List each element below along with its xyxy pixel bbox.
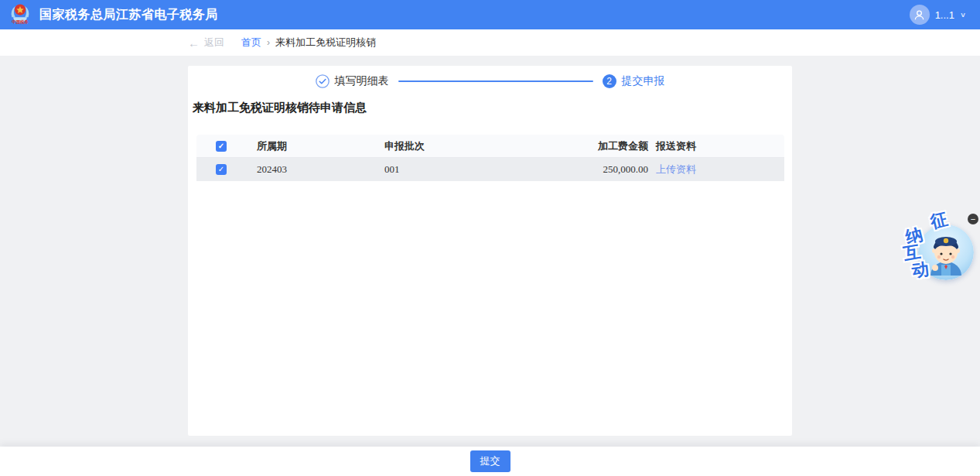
step-indicator: 填写明细表 2 提交申报 xyxy=(188,66,792,89)
submit-button[interactable]: 提交 xyxy=(470,450,510,472)
select-all-checkbox[interactable]: ✓ xyxy=(216,141,227,152)
row-period: 202403 xyxy=(246,163,374,176)
user-menu[interactable]: 1...1 ∨ xyxy=(910,5,966,25)
back-button[interactable]: 返回 xyxy=(204,36,224,50)
assistant-char-dong: 动 xyxy=(910,258,930,283)
step1-check-icon xyxy=(316,74,330,88)
col-header-batch: 申报批次 xyxy=(374,139,528,153)
app-title: 国家税务总局江苏省电子税务局 xyxy=(39,7,218,23)
chevron-down-icon[interactable]: ∨ xyxy=(960,11,966,19)
page-title: 来料加工免税证明核销待申请信息 xyxy=(193,101,792,115)
footer-bar: 提交 xyxy=(0,447,980,476)
step2-number-badge: 2 xyxy=(603,74,616,88)
pending-application-table: ✓ 所属期 申报批次 加工费金额 报送资料 ✓ 202403 001 250,0… xyxy=(196,135,784,181)
breadcrumb-current: 来料加工免税证明核销 xyxy=(275,36,376,50)
table-row: ✓ 202403 001 250,000.00 上传资料 xyxy=(196,158,784,181)
step1-label: 填写明细表 xyxy=(335,74,389,88)
col-header-amount: 加工费金额 xyxy=(528,139,648,153)
col-header-material: 报送资料 xyxy=(648,139,696,153)
step2-label: 提交申报 xyxy=(622,74,665,88)
breadcrumb-home-link[interactable]: 首页 xyxy=(241,36,261,50)
back-arrow-icon[interactable]: ← xyxy=(188,36,200,50)
row-checkbox[interactable]: ✓ xyxy=(216,164,227,175)
table-header-row: ✓ 所属期 申报批次 加工费金额 报送资料 xyxy=(196,135,784,158)
content-card: 填写明细表 2 提交申报 来料加工免税证明核销待申请信息 ✓ 所属期 申报批次 … xyxy=(188,66,792,436)
user-name: 1...1 xyxy=(935,9,954,21)
svg-text:中国税务: 中国税务 xyxy=(12,19,29,25)
row-batch: 001 xyxy=(374,163,528,176)
col-header-period: 所属期 xyxy=(246,139,374,153)
step-connector-line xyxy=(398,80,593,82)
row-amount: 250,000.00 xyxy=(528,163,648,176)
assistant-minimize-button[interactable]: − xyxy=(968,214,978,224)
tax-bureau-logo-icon: 中国税务 xyxy=(8,1,32,29)
breadcrumb-separator: › xyxy=(267,37,270,48)
upload-material-link[interactable]: 上传资料 xyxy=(656,163,696,175)
user-avatar[interactable] xyxy=(910,5,930,25)
app-header: 中国税务 国家税务总局江苏省电子税务局 1...1 ∨ xyxy=(0,0,980,29)
main-area: 填写明细表 2 提交申报 来料加工免税证明核销待申请信息 ✓ 所属期 申报批次 … xyxy=(0,56,980,447)
breadcrumb: ← 返回 首页 › 来料加工免税证明核销 xyxy=(0,29,980,56)
tax-assistant-widget[interactable]: 征 纳 互 动 xyxy=(900,207,980,294)
